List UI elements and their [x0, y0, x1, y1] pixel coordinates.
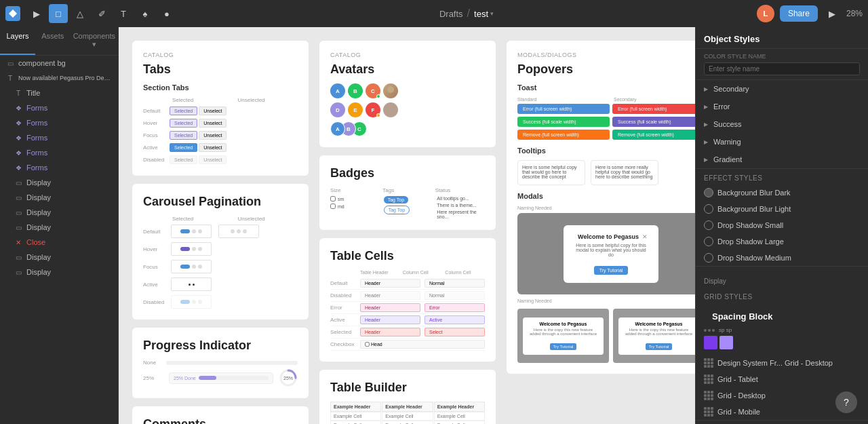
pen-tool[interactable]: ✐: [92, 4, 111, 23]
effect-circle-icon: [704, 188, 713, 197]
spacing-block-light: [719, 336, 733, 349]
layer-forms-2[interactable]: ❖ Forms: [0, 115, 118, 130]
style-item-gradient[interactable]: ▶ Gradient: [696, 151, 868, 168]
spacing-block-title: Spacing Block: [704, 306, 860, 324]
mini-modal-btn-2[interactable]: Try Tutorial: [646, 343, 673, 350]
style-item-warning[interactable]: ▶ Warning: [696, 133, 868, 151]
avatars-title: Avatars: [330, 62, 485, 77]
effect-circle-icon: [704, 204, 713, 214]
badge-checkbox[interactable]: [330, 196, 336, 201]
modal-close-icon[interactable]: ✕: [642, 233, 648, 240]
layer-label: Forms: [26, 119, 47, 127]
style-item-success[interactable]: ▶ Success: [696, 115, 868, 133]
badges-status-col: All tooltips go... There is a theme... H…: [437, 196, 485, 219]
style-item-error[interactable]: ▶ Error: [696, 98, 868, 115]
table-builder-title: Table Builder: [330, 381, 485, 395]
layer-display-3[interactable]: ▭ Display: [0, 205, 118, 220]
left-column: CATALOG Tabs Section Tabs Selected Unsel…: [132, 41, 309, 424]
tab-layers[interactable]: Layers: [0, 27, 35, 55]
mini-modal-btn-1[interactable]: Try Tutorial: [550, 343, 577, 350]
effect-drop-shadow-md[interactable]: Drop Shadow Medium: [696, 250, 868, 266]
grid-item-tablet[interactable]: Grid - Tablet: [696, 371, 868, 387]
layer-forms-4[interactable]: ❖ Forms: [0, 145, 118, 160]
grid-item-desktop[interactable]: Design System Fr... Grid - Desktop: [696, 355, 868, 371]
toast-subsection: Toast Standard Secondary Error (full scr…: [517, 83, 695, 140]
status-indicator: [376, 94, 380, 98]
frame-tool[interactable]: □: [49, 4, 68, 23]
tab-chip[interactable]: Selected: [170, 131, 197, 140]
breadcrumb-parent[interactable]: Drafts: [439, 9, 463, 19]
tab-chip-unsel[interactable]: Unselect: [199, 119, 226, 128]
mini-modal-title-1: Welcome to Pegasus: [528, 322, 598, 326]
layer-close[interactable]: ✕ Close: [0, 235, 118, 250]
style-item-label: Error: [713, 102, 730, 111]
layer-label: Close: [26, 238, 45, 246]
progress-section: Progress Indicator None 25% 25% Done: [132, 328, 309, 398]
style-item-secondary[interactable]: ▶ Secondary: [696, 80, 868, 98]
layer-display-5[interactable]: ▭ Display: [0, 250, 118, 265]
tab-chip[interactable]: Selected: [170, 119, 197, 128]
layer-now-available[interactable]: T Now available! Pegasus Pro Desig...: [0, 71, 118, 85]
tab-chip[interactable]: Selected: [170, 107, 197, 115]
shape-tool[interactable]: △: [71, 4, 90, 23]
effect-drop-shadow-sm[interactable]: Drop Shadow Small: [696, 217, 868, 233]
table-checkbox[interactable]: [365, 342, 370, 347]
modals-subsection: Modals Naming Needed ✕ Welcome to Pegasu…: [517, 192, 695, 363]
canvas[interactable]: CATALOG Tabs Section Tabs Selected Unsel…: [119, 27, 695, 424]
table-cell-disabled: Header: [360, 291, 420, 300]
tab-chip-unsel[interactable]: Unselect: [199, 143, 226, 152]
component-icon: ❖: [14, 148, 23, 157]
tb-th-1: Example Header: [330, 402, 381, 412]
text-tool[interactable]: T: [114, 4, 133, 23]
grid-label: Grid - Tablet: [717, 375, 758, 383]
layer-display-4[interactable]: ▭ Display: [0, 220, 118, 235]
component-tool[interactable]: ♠: [136, 4, 155, 23]
layer-title[interactable]: T Title: [0, 85, 118, 100]
tab-chip-unsel[interactable]: Unselect: [199, 131, 226, 140]
layer-display-6[interactable]: ▭ Display: [0, 265, 118, 280]
tab-chip[interactable]: Selected: [170, 143, 197, 152]
table-row-2: Example Cell Example Cell Example Cell: [330, 421, 485, 424]
tabs-col-headers: Selected Unselected: [143, 97, 298, 103]
layer-forms-5[interactable]: ❖ Forms: [0, 160, 118, 175]
tab-components[interactable]: Components ▾: [71, 27, 118, 55]
layer-forms-1[interactable]: ❖ Forms: [0, 100, 118, 115]
tab-assets[interactable]: Assets: [35, 27, 71, 55]
badges-title: Badges: [330, 166, 485, 180]
layer-label: Forms: [26, 104, 47, 112]
layer-forms-3[interactable]: ❖ Forms: [0, 130, 118, 145]
color-style-input[interactable]: [704, 62, 860, 75]
badge-tag-primary: Tag Top: [384, 196, 408, 204]
badge-checkbox-2[interactable]: [330, 204, 336, 209]
component-icon: ❖: [14, 103, 23, 113]
spacing-dots: [704, 329, 715, 332]
component-icon: ❖: [14, 133, 23, 142]
breadcrumb-current[interactable]: test ▾: [474, 9, 494, 19]
main-layout: Layers Assets Components ▾ ▭ component b…: [0, 27, 868, 424]
layer-display-1[interactable]: ▭ Display: [0, 175, 118, 190]
effect-drop-shadow-lg[interactable]: Drop Shadow Large: [696, 233, 868, 250]
layer-display-2[interactable]: ▭ Display: [0, 190, 118, 205]
play-button[interactable]: ▶: [823, 5, 841, 22]
badge-sm-label: sm: [338, 197, 344, 201]
modals-naming-note-2: Naming Needed: [517, 298, 695, 303]
table-cells-section: Table Cells Table Header Column Cell Col…: [319, 238, 496, 362]
avatar-yellow: E: [348, 102, 363, 117]
table-cell-col: Normal: [425, 279, 485, 288]
effect-bg-blur-light[interactable]: Background Blur Light: [696, 201, 868, 217]
tabs-section: CATALOG Tabs Section Tabs Selected Unsel…: [132, 41, 309, 176]
mini-modal-text-2: Here is the copy this new feature added …: [624, 328, 694, 336]
table-builder-header: Example Header Example Header Example He…: [330, 402, 485, 412]
tab-chip-unsel[interactable]: Unselect: [199, 107, 226, 115]
badge-size-row-2: md: [330, 204, 378, 209]
toast-labels: Standard Secondary: [517, 97, 695, 102]
modal-try-button[interactable]: Try Tutorial: [594, 266, 629, 275]
effect-bg-blur-dark[interactable]: Background Blur Dark: [696, 185, 868, 201]
move-tool[interactable]: ▶: [27, 4, 46, 23]
effect-styles-label: Effect Styles: [696, 169, 868, 185]
help-button[interactable]: ?: [835, 391, 857, 413]
share-button[interactable]: Share: [780, 5, 818, 22]
layer-component-bg[interactable]: ▭ component bg: [0, 56, 118, 71]
zoom-level[interactable]: 28%: [846, 9, 863, 18]
comment-tool[interactable]: ●: [157, 4, 176, 23]
